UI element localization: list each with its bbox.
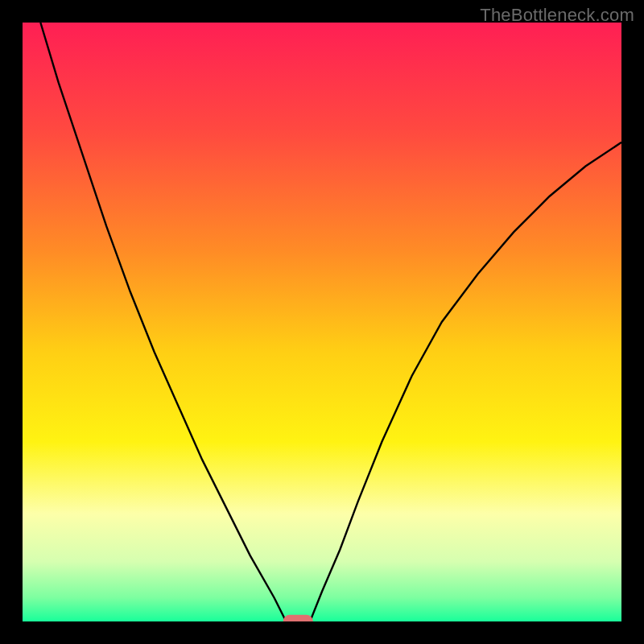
plot-frame xyxy=(23,23,621,621)
marker-group xyxy=(283,615,313,621)
minimum-marker xyxy=(283,615,313,621)
bottleneck-chart xyxy=(23,23,621,621)
chart-background xyxy=(23,23,621,621)
